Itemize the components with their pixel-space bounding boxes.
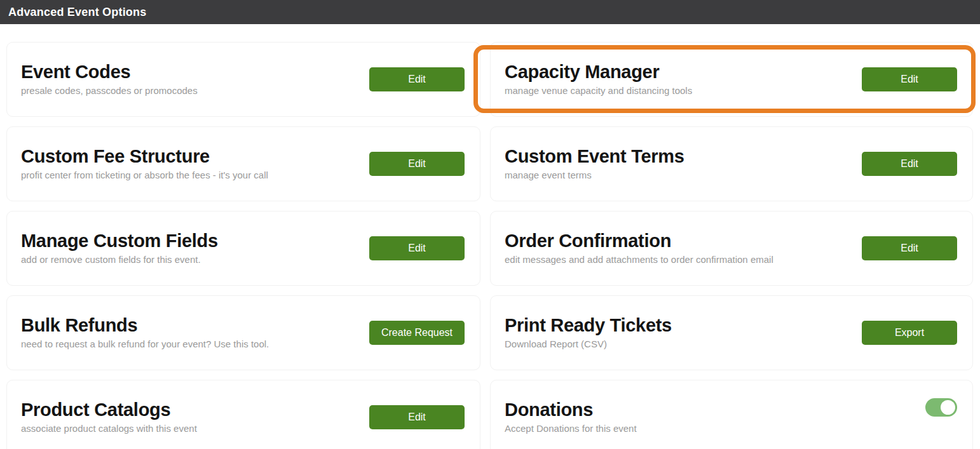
card-capacity-manager: Capacity Manager manage venue capacity a… — [490, 42, 973, 117]
custom-fee-structure-edit-button[interactable]: Edit — [369, 152, 465, 176]
card-print-ready-tickets: Print Ready Tickets Download Report (CSV… — [490, 295, 973, 370]
card-text: Custom Event Terms manage event terms — [505, 146, 684, 182]
product-catalogs-edit-button[interactable]: Edit — [369, 405, 465, 429]
card-title: Print Ready Tickets — [505, 315, 672, 336]
page-title: Advanced Event Options — [8, 6, 146, 19]
advanced-options-grid: Event Codes presale codes, passcodes or … — [6, 42, 974, 449]
card-donations: Donations Accept Donations for this even… — [490, 380, 973, 449]
card-title: Donations — [505, 399, 637, 420]
card-title: Order Confirmation — [505, 231, 773, 251]
card-text: Order Confirmation edit messages and add… — [505, 231, 773, 266]
card-text: Manage Custom Fields add or remove custo… — [21, 231, 218, 266]
card-product-catalogs: Product Catalogs associate product catal… — [6, 380, 480, 449]
card-subtitle: presale codes, passcodes or promocodes — [21, 85, 198, 97]
card-title: Product Catalogs — [21, 399, 197, 420]
custom-event-terms-edit-button[interactable]: Edit — [862, 152, 957, 176]
toggle-knob-icon — [941, 400, 955, 415]
card-text: Custom Fee Structure profit center from … — [21, 146, 268, 182]
manage-custom-fields-edit-button[interactable]: Edit — [369, 236, 465, 260]
card-text: Print Ready Tickets Download Report (CSV… — [505, 315, 672, 351]
card-title: Custom Event Terms — [505, 146, 684, 167]
card-title: Manage Custom Fields — [21, 231, 218, 251]
page-header: Advanced Event Options — [0, 0, 980, 24]
card-bulk-refunds: Bulk Refunds need to request a bulk refu… — [6, 295, 480, 370]
card-subtitle: Download Report (CSV) — [505, 338, 672, 351]
card-subtitle: profit center from ticketing or absorb t… — [21, 170, 268, 182]
card-subtitle: associate product catalogs with this eve… — [21, 423, 197, 435]
card-subtitle: manage event terms — [505, 170, 684, 182]
card-subtitle: add or remove custom fields for this eve… — [21, 254, 218, 266]
card-title: Custom Fee Structure — [21, 146, 268, 167]
card-text: Bulk Refunds need to request a bulk refu… — [21, 315, 269, 351]
card-subtitle: need to request a bulk refund for your e… — [21, 338, 269, 351]
order-confirmation-edit-button[interactable]: Edit — [862, 236, 957, 260]
card-title: Bulk Refunds — [21, 315, 269, 336]
bulk-refunds-create-request-button[interactable]: Create Request — [369, 321, 465, 345]
donations-toggle[interactable] — [925, 398, 957, 417]
card-custom-fee-structure: Custom Fee Structure profit center from … — [6, 126, 480, 201]
card-subtitle: edit messages and add attachments to ord… — [505, 254, 773, 266]
card-text: Capacity Manager manage venue capacity a… — [505, 62, 692, 97]
print-ready-tickets-export-button[interactable]: Export — [862, 321, 957, 345]
card-text: Event Codes presale codes, passcodes or … — [21, 62, 198, 97]
card-subtitle: manage venue capacity and distancing too… — [505, 85, 692, 97]
capacity-manager-edit-button[interactable]: Edit — [862, 67, 957, 91]
card-subtitle: Accept Donations for this event — [505, 423, 637, 435]
card-title: Event Codes — [21, 62, 198, 83]
card-manage-custom-fields: Manage Custom Fields add or remove custo… — [6, 211, 480, 286]
card-title: Capacity Manager — [505, 62, 692, 83]
card-custom-event-terms: Custom Event Terms manage event terms Ed… — [490, 126, 973, 201]
card-text: Product Catalogs associate product catal… — [21, 399, 197, 435]
event-codes-edit-button[interactable]: Edit — [369, 67, 465, 91]
card-event-codes: Event Codes presale codes, passcodes or … — [6, 42, 480, 117]
card-text: Donations Accept Donations for this even… — [505, 399, 637, 435]
card-order-confirmation: Order Confirmation edit messages and add… — [490, 211, 973, 286]
